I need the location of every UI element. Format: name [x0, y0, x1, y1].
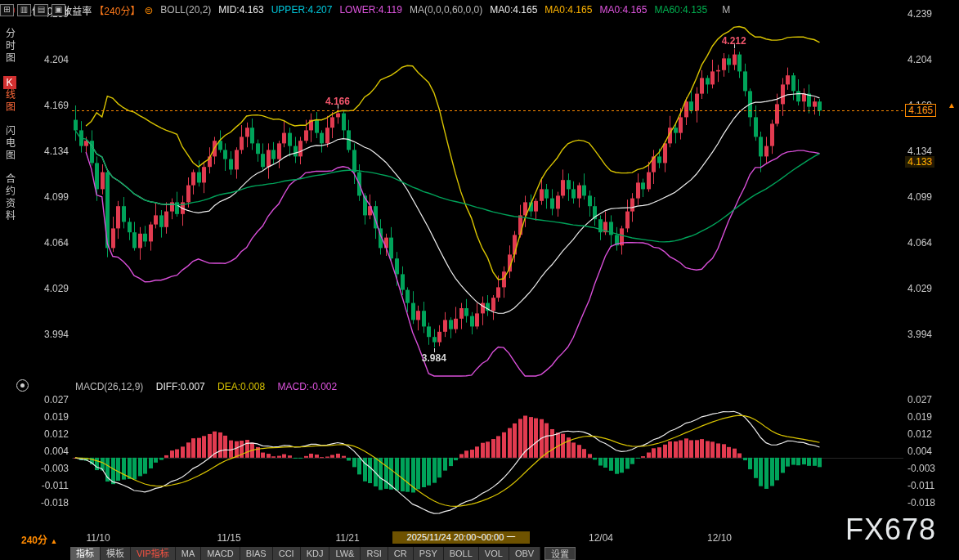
sidebar-tab-4[interactable]: 合约资料 [3, 173, 17, 222]
toolbar-tab-12[interactable]: PSY [414, 547, 444, 560]
indicator-cycle-icon[interactable] [16, 379, 29, 392]
m-label: M [722, 4, 730, 16]
sidebar: 分时图K线图闪电图合约资料 [2, 28, 18, 222]
toolbar-tab-8[interactable]: KDJ [301, 547, 330, 560]
macd-legend: MACD(26,12,9) DIFF:0.007 DEA:0.008 MACD:… [75, 381, 347, 392]
macd-diff-value: DIFF:0.007 [156, 381, 205, 392]
window-layout-icons: ⊞▥▤▣ [0, 4, 65, 16]
period-label: 【240分】 [94, 3, 140, 17]
indicator-settings-icon[interactable]: ⊜ [144, 4, 153, 16]
macd-value: MACD:-0.002 [277, 381, 337, 392]
sidebar-tab-2[interactable]: K线图 [3, 76, 17, 114]
ma-value-label: MA0:4.165 [490, 4, 537, 16]
toolbar-tab-16[interactable]: 设置 [544, 547, 576, 560]
toolbar-tab-6[interactable]: BIAS [240, 547, 273, 560]
price-chart-canvas[interactable] [0, 0, 959, 560]
ma-value-label: MA0:4.165 [544, 4, 592, 16]
macd-dea-value: DEA:0.008 [217, 381, 265, 392]
boll-upper-value: UPPER:4.207 [271, 4, 333, 16]
toolbar-tab-5[interactable]: MACD [201, 547, 240, 560]
header-bar: 美债10年收益率 【240分】 ⊜ BOLL(20,2) MID:4.163 U… [0, 0, 959, 20]
boll-label: BOLL(20,2) [160, 4, 211, 16]
toolbar-tab-2[interactable]: 模板 [101, 547, 131, 560]
ma-value-label: MA60:4.135 [654, 4, 707, 16]
toolbar-tab-14[interactable]: VOL [479, 547, 509, 560]
indicator-toolbar: 指标模板VIP指标MAMACDBIASCCIKDJLW&RSICRPSYBOLL… [70, 547, 576, 560]
toolbar-tab-1[interactable]: 指标 [70, 547, 101, 560]
toolbar-tab-9[interactable]: LW& [329, 547, 361, 560]
watermark: FX678 [845, 513, 936, 547]
ma-value-label: MA0:4.165 [599, 4, 647, 16]
toolbar-tab-15[interactable]: OBV [509, 547, 540, 560]
active-tab-rest: 线图 [4, 89, 16, 114]
layout-toggle-icon-3[interactable]: ▤ [34, 4, 48, 16]
layout-toggle-icon-4[interactable]: ▣ [52, 4, 65, 16]
footer-period[interactable]: 240分 ▲ [21, 532, 57, 546]
layout-toggle-icon-1[interactable]: ⊞ [0, 4, 14, 16]
toolbar-tab-10[interactable]: RSI [361, 547, 388, 560]
layout-toggle-icon-2[interactable]: ▥ [17, 4, 31, 16]
sidebar-tab-1[interactable]: 分时图 [3, 28, 17, 65]
active-tab-initial: K [3, 76, 16, 89]
toolbar-tab-13[interactable]: BOLL [444, 547, 479, 560]
boll-mid-value: MID:4.163 [218, 4, 263, 16]
toolbar-tab-7[interactable]: CCI [273, 547, 301, 560]
ma-values: MA0:4.165MA0:4.165MA0:4.165MA60:4.135 [490, 4, 715, 16]
ma-group-label: MA(0,0,0,60,0,0) [410, 4, 482, 16]
sidebar-tab-3[interactable]: 闪电图 [3, 125, 17, 162]
footer-period-label: 240分 [21, 535, 47, 546]
app-window: 美债10年收益率 【240分】 ⊜ BOLL(20,2) MID:4.163 U… [0, 0, 959, 560]
boll-lower-value: LOWER:4.119 [339, 4, 401, 16]
toolbar-tab-4[interactable]: MA [176, 547, 202, 560]
macd-params-label: MACD(26,12,9) [75, 381, 143, 392]
toolbar-tab-11[interactable]: CR [388, 547, 414, 560]
toolbar-tab-3[interactable]: VIP指标 [131, 547, 176, 560]
footer-period-arrow-icon: ▲ [50, 537, 57, 545]
